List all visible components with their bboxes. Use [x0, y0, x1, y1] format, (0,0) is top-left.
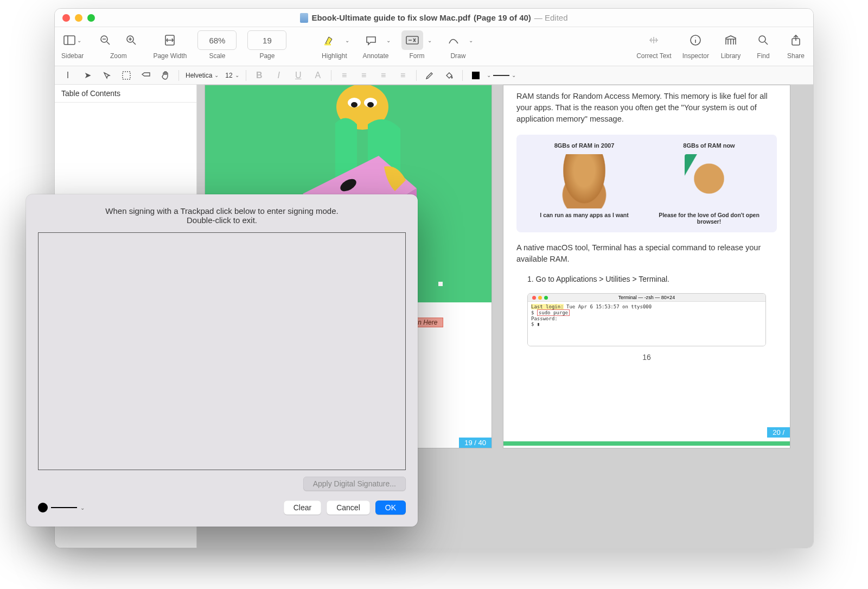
document-icon [300, 13, 308, 23]
italic-button[interactable]: I [270, 68, 288, 83]
form-button[interactable] [401, 30, 423, 50]
toolbar-label-find: Find [757, 52, 769, 60]
toolbar-label-inspector: Inspector [682, 52, 709, 60]
text-cursor-handle[interactable] [438, 282, 443, 286]
bold-button[interactable]: B [251, 68, 268, 83]
toolbar-label-draw: Draw [450, 52, 465, 60]
paragraph: RAM stands for Random Access Memory. Thi… [503, 91, 790, 125]
term-text: Password: [531, 316, 762, 322]
select-tool[interactable] [98, 68, 116, 83]
toolbar-label-form: Form [409, 52, 424, 60]
line-style-select[interactable] [493, 75, 509, 76]
highlight-button[interactable] [319, 30, 341, 50]
color-swatch[interactable] [467, 68, 484, 83]
share-button[interactable] [785, 30, 807, 50]
toolbar-label-scale: Scale [209, 52, 225, 60]
chevron-down-icon: ⌄ [77, 37, 81, 43]
toolbar-label-annotate: Annotate [362, 52, 388, 60]
toolbar-label-share: Share [787, 52, 805, 60]
page-width-button[interactable] [159, 30, 181, 50]
meme-panel: 8GBs of RAM in 2007 I can run as many ap… [516, 135, 777, 232]
meme-caption-right: Please for the love of God don't open br… [653, 212, 765, 225]
text-cursor-tool[interactable]: I [59, 68, 76, 83]
term-text: Last login: [531, 304, 564, 309]
chevron-down-icon[interactable]: ⌄ [469, 37, 473, 43]
pen-line-sample [51, 507, 77, 508]
correct-text-button [643, 30, 665, 50]
toolbar-label-highlight: Highlight [322, 52, 347, 60]
meme-title-left: 8GBs of RAM in 2007 [528, 142, 641, 149]
term-text: Tue Apr 6 15:53:57 on ttys000 [564, 304, 652, 309]
apply-digital-signature-button: Apply Digital Signature... [303, 477, 406, 491]
sidebar-toggle-button[interactable]: ⌄ [62, 30, 84, 50]
clear-button[interactable]: Clear [284, 501, 321, 515]
library-button[interactable] [720, 30, 742, 50]
scale-field[interactable]: 68% [197, 30, 237, 50]
inspector-button[interactable] [685, 30, 706, 50]
meme-image-left [560, 154, 609, 208]
page-20: RAM stands for Random Access Memory. Thi… [503, 85, 790, 448]
term-text: $ [531, 310, 537, 315]
toolbar-label-library: Library [721, 52, 741, 60]
find-button[interactable] [752, 30, 774, 50]
page-field[interactable]: 19 [247, 30, 286, 50]
ok-button[interactable]: OK [375, 501, 406, 515]
underline-button[interactable]: U [290, 68, 307, 83]
page-badge: 20 / [767, 427, 790, 438]
terminal-screenshot: Terminal — -zsh — 80×24 Last login: Tue … [527, 293, 766, 346]
align-justify-button[interactable]: ≡ [394, 68, 412, 83]
arrow-tool[interactable]: ➤ [79, 68, 96, 83]
svg-line-8 [133, 42, 136, 45]
paragraph: A native macOS tool, Terminal has a spec… [503, 242, 790, 265]
page-badge: 19 / 40 [459, 438, 492, 448]
window-page-indicator: (Page 19 of 40) [474, 13, 531, 22]
toolbar-label-sidebar: Sidebar [61, 52, 84, 60]
draw-button[interactable] [443, 30, 464, 50]
svg-line-17 [765, 42, 768, 45]
chevron-down-icon[interactable]: ⌄ [512, 72, 516, 78]
hand-tool[interactable] [157, 68, 174, 83]
text-color-button[interactable]: A [309, 68, 327, 83]
step-1: 1. Go to Applications > Utilities > Term… [503, 271, 790, 287]
term-text: $ ▮ [531, 321, 762, 327]
chevron-down-icon[interactable]: ⌄ [427, 37, 432, 43]
meme-title-right: 8GBs of RAM now [653, 142, 765, 149]
erase-tool[interactable] [137, 68, 155, 83]
pen-tool[interactable] [421, 68, 438, 83]
main-toolbar: ⌄ Sidebar Zoom Page Width 68% Scale [55, 27, 813, 66]
align-left-button[interactable]: ≡ [336, 68, 353, 83]
align-center-button[interactable]: ≡ [355, 68, 373, 83]
format-toolbar: I ➤ Helvetica⌄ 12⌄ B I U A ≡ ≡ ≡ ≡ ⌄ ⌄ [55, 66, 813, 85]
toolbar-label-correct: Correct Text [636, 52, 671, 60]
crop-tool[interactable] [118, 68, 135, 83]
zoom-in-button[interactable] [120, 30, 142, 50]
signature-dialog: When signing with a Trackpad click below… [26, 194, 418, 527]
font-size-select[interactable]: 12⌄ [223, 72, 241, 79]
fill-tool[interactable] [441, 68, 458, 83]
annotate-button[interactable] [360, 30, 382, 50]
chevron-down-icon[interactable]: ⌄ [345, 37, 349, 43]
chevron-down-icon[interactable]: ⌄ [487, 72, 491, 78]
svg-line-4 [107, 42, 110, 45]
toolbar-label-zoom: Zoom [110, 52, 127, 60]
dialog-instruction-line1: When signing with a Trackpad click below… [48, 206, 396, 216]
toolbar-label-page: Page [259, 52, 275, 60]
signature-canvas[interactable] [38, 232, 406, 470]
pen-color-swatch[interactable] [38, 503, 48, 512]
font-family-select[interactable]: Helvetica⌄ [183, 72, 221, 79]
terminal-title: Terminal — -zsh — 80×24 [618, 295, 675, 300]
svg-point-25 [367, 102, 374, 107]
chevron-down-icon[interactable]: ⌄ [386, 37, 391, 43]
meme-image-right [685, 154, 733, 208]
cancel-button[interactable]: Cancel [327, 501, 370, 515]
edited-indicator: — Edited [534, 13, 568, 22]
align-right-button[interactable]: ≡ [375, 68, 392, 83]
window-title: Ebook-Ultimate guide to fix slow Mac.pdf [311, 13, 470, 22]
svg-rect-12 [406, 36, 418, 44]
chevron-down-icon[interactable]: ⌄ [80, 505, 85, 511]
pen-style-picker[interactable]: ⌄ [38, 503, 85, 512]
titlebar: Ebook-Ultimate guide to fix slow Mac.pdf… [55, 9, 813, 27]
dialog-instruction-line2: Double-click to exit. [48, 216, 396, 225]
sidebar-header: Table of Contents [55, 85, 196, 103]
zoom-out-button[interactable] [94, 30, 116, 50]
